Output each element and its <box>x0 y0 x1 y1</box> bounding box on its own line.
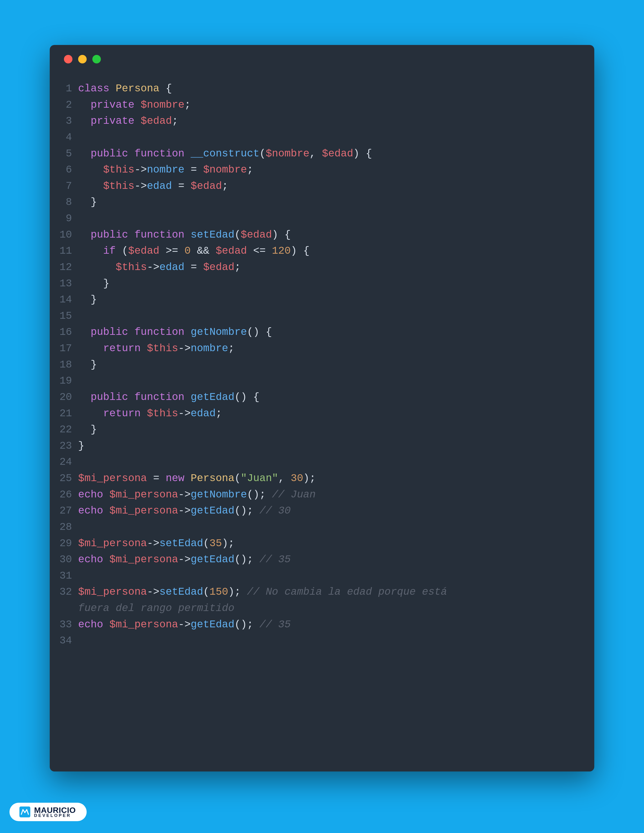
author-badge-text: MAURICIO DEVELOPER <box>34 807 76 818</box>
window-titlebar <box>50 45 594 73</box>
line-number: 14 <box>57 291 78 308</box>
code-line: 2 private $nombre; <box>57 97 580 113</box>
line-number: 32 <box>57 584 78 600</box>
code-line: 23} <box>57 438 580 454</box>
line-number: 6 <box>57 162 78 178</box>
code-line: 27echo $mi_persona->getEdad(); // 30 <box>57 503 580 519</box>
line-number: 31 <box>57 568 78 584</box>
code-line: 29$mi_persona->setEdad(35); <box>57 535 580 552</box>
line-number: 8 <box>57 194 78 211</box>
line-number <box>57 600 78 616</box>
code-line: 1class Persona { <box>57 80 580 97</box>
line-number: 20 <box>57 389 78 405</box>
line-number: 33 <box>57 616 78 633</box>
line-number: 24 <box>57 454 78 470</box>
line-number: 10 <box>57 227 78 243</box>
line-number: 16 <box>57 324 78 340</box>
code-line: 4 <box>57 129 580 146</box>
code-line: 7 $this->edad = $edad; <box>57 178 580 194</box>
code-line: 30echo $mi_persona->getEdad(); // 35 <box>57 552 580 568</box>
code-line: 9 <box>57 211 580 227</box>
code-line: 24 <box>57 454 580 470</box>
code-line: 15 <box>57 308 580 324</box>
line-number: 29 <box>57 535 78 552</box>
line-number: 5 <box>57 146 78 162</box>
close-icon[interactable] <box>64 55 72 63</box>
code-editor-window: 1class Persona {2 private $nombre;3 priv… <box>50 45 594 772</box>
line-number: 11 <box>57 243 78 259</box>
code-line: 32$mi_persona->setEdad(150); // No cambi… <box>57 584 580 600</box>
maximize-icon[interactable] <box>92 55 101 63</box>
line-number: 23 <box>57 438 78 454</box>
line-number: 21 <box>57 405 78 422</box>
author-logo-icon <box>19 806 31 818</box>
code-line: 20 public function getEdad() { <box>57 389 580 405</box>
code-line: fuera del rango permitido <box>57 600 580 616</box>
line-number: 9 <box>57 211 78 227</box>
code-line: 22 } <box>57 421 580 438</box>
line-number: 3 <box>57 113 78 129</box>
code-line: 18 } <box>57 357 580 373</box>
code-content[interactable]: 1class Persona {2 private $nombre;3 priv… <box>50 73 594 772</box>
line-number: 13 <box>57 275 78 292</box>
code-line: 28 <box>57 519 580 535</box>
line-number: 1 <box>57 80 78 97</box>
line-number: 18 <box>57 357 78 373</box>
code-line: 19 <box>57 373 580 389</box>
line-number: 26 <box>57 487 78 503</box>
line-number: 34 <box>57 632 78 649</box>
line-number: 22 <box>57 421 78 438</box>
code-line: 14 } <box>57 291 580 308</box>
code-line: 33echo $mi_persona->getEdad(); // 35 <box>57 616 580 633</box>
author-role: DEVELOPER <box>34 814 76 817</box>
code-line: 8 } <box>57 194 580 211</box>
code-line: 3 private $edad; <box>57 113 580 129</box>
code-line: 25$mi_persona = new Persona("Juan", 30); <box>57 470 580 487</box>
line-number: 15 <box>57 308 78 324</box>
line-number: 25 <box>57 470 78 487</box>
code-line: 12 $this->edad = $edad; <box>57 259 580 275</box>
line-number: 28 <box>57 519 78 535</box>
code-line: 6 $this->nombre = $nombre; <box>57 162 580 178</box>
code-line: 11 if ($edad >= 0 && $edad <= 120) { <box>57 243 580 259</box>
line-number: 17 <box>57 340 78 357</box>
line-number: 4 <box>57 129 78 146</box>
line-number: 12 <box>57 259 78 275</box>
code-line: 10 public function setEdad($edad) { <box>57 227 580 243</box>
line-number: 19 <box>57 373 78 389</box>
code-line: 13 } <box>57 275 580 292</box>
code-line: 31 <box>57 568 580 584</box>
author-badge: MAURICIO DEVELOPER <box>10 803 87 821</box>
code-line: 16 public function getNombre() { <box>57 324 580 340</box>
code-line: 5 public function __construct($nombre, $… <box>57 146 580 162</box>
code-line: 17 return $this->nombre; <box>57 340 580 357</box>
line-number: 2 <box>57 97 78 113</box>
minimize-icon[interactable] <box>78 55 87 63</box>
line-number: 30 <box>57 552 78 568</box>
line-number: 27 <box>57 503 78 519</box>
code-line: 34 <box>57 632 580 649</box>
code-line: 21 return $this->edad; <box>57 405 580 422</box>
line-number: 7 <box>57 178 78 194</box>
code-line: 26echo $mi_persona->getNombre(); // Juan <box>57 487 580 503</box>
author-name: MAURICIO <box>34 807 76 814</box>
